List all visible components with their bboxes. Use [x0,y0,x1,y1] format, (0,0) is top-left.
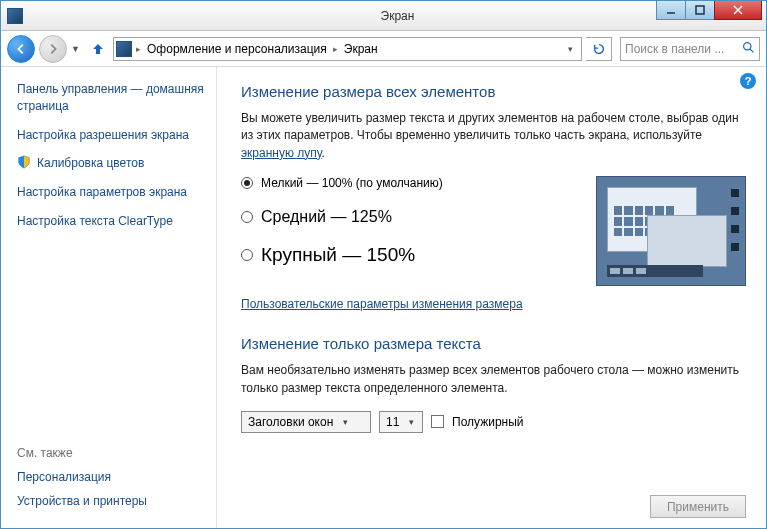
custom-scaling-link[interactable]: Пользовательские параметры изменения раз… [241,297,523,311]
seealso-link-personalization[interactable]: Персонализация [17,470,208,484]
svg-line-5 [750,49,753,52]
content-area: Панель управления — домашняя страница На… [1,67,766,528]
resize-description: Вы можете увеличить размер текста и друг… [241,110,746,162]
sidebar: Панель управления — домашняя страница На… [1,67,216,528]
radio-large[interactable]: Крупный — 150% [241,244,578,266]
radio-medium[interactable]: Средний — 125% [241,208,578,226]
chevron-down-icon: ▾ [343,417,348,427]
seealso-link-devices[interactable]: Устройства и принтеры [17,494,208,508]
radio-icon [241,249,253,261]
window-controls [657,0,762,20]
radio-small[interactable]: Мелкий — 100% (по умолчанию) [241,176,578,190]
fontsize-combo[interactable]: 11▾ [379,411,423,433]
text-only-description: Вам необязательно изменять размер всех э… [241,362,746,397]
sidebar-link-resolution[interactable]: Настройка разрешения экрана [17,127,208,144]
apply-button[interactable]: Применить [650,495,746,518]
breadcrumb-item[interactable]: Экран [342,42,380,56]
navbar: ▼ ▸ Оформление и персонализация ▸ Экран … [1,31,766,67]
history-dropdown-icon[interactable]: ▼ [71,44,83,54]
address-bar[interactable]: ▸ Оформление и персонализация ▸ Экран ▾ [113,37,582,61]
up-button[interactable] [87,38,109,60]
location-icon [116,41,132,57]
refresh-button[interactable] [586,37,612,61]
heading-text-only: Изменение только размера текста [241,335,746,352]
maximize-button[interactable] [685,0,715,20]
chevron-right-icon: ▸ [333,44,338,54]
bold-checkbox[interactable] [431,415,444,428]
search-icon [742,41,755,57]
breadcrumb-item[interactable]: Оформление и персонализация [145,42,329,56]
bold-label: Полужирный [452,415,524,429]
minimize-button[interactable] [656,0,686,20]
forward-button[interactable] [39,35,67,63]
sidebar-link-cleartype[interactable]: Настройка текста ClearType [17,213,208,230]
chevron-down-icon: ▾ [409,417,414,427]
close-button[interactable] [714,0,762,20]
sidebar-link-display-settings[interactable]: Настройка параметров экрана [17,184,208,201]
chevron-right-icon: ▸ [136,44,141,54]
shield-icon [17,155,31,169]
radio-icon [241,211,253,223]
magnifier-link[interactable]: экранную лупу [241,146,322,160]
seealso-heading: См. также [17,446,208,460]
search-input[interactable]: Поиск в панели ... [620,37,760,61]
back-button[interactable] [7,35,35,63]
chevron-down-icon[interactable]: ▾ [562,44,579,54]
search-placeholder: Поиск в панели ... [625,42,724,56]
svg-point-4 [744,42,751,49]
heading-resize-all: Изменение размера всех элементов [241,83,746,100]
svg-rect-1 [696,6,704,14]
preview-illustration [596,176,746,286]
sidebar-heading[interactable]: Панель управления — домашняя страница [17,81,208,115]
element-combo[interactable]: Заголовки окон▾ [241,411,371,433]
main-panel: ? Изменение размера всех элементов Вы мо… [216,67,766,528]
radio-icon [241,177,253,189]
size-options: Мелкий — 100% (по умолчанию) Средний — 1… [241,176,578,284]
sidebar-link-calibration[interactable]: Калибровка цветов [17,155,208,172]
titlebar: Экран [1,1,766,31]
help-icon[interactable]: ? [740,73,756,89]
app-icon [7,8,23,24]
text-size-controls: Заголовки окон▾ 11▾ Полужирный [241,411,746,433]
